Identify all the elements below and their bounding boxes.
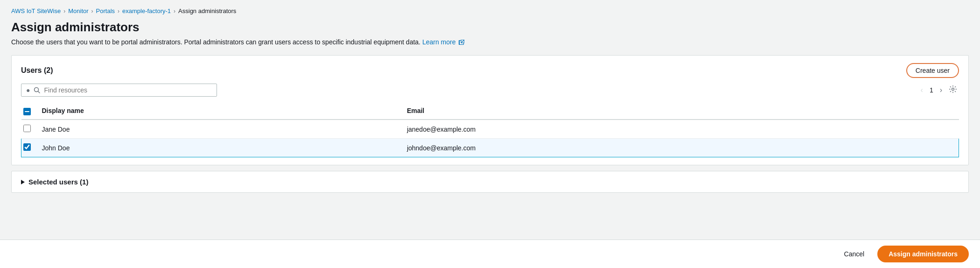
card-title: Users (2) (21, 66, 53, 75)
selected-users-toggle[interactable]: Selected users (1) (21, 178, 959, 186)
table-row: John Doejohndoe@example.com (21, 139, 959, 157)
display-name-cell: John Doe (38, 139, 403, 157)
header-checkbox[interactable] (23, 108, 31, 115)
cancel-button[interactable]: Cancel (837, 247, 872, 261)
table-row: Jane Doejanedoe@example.com (21, 120, 959, 139)
search-input[interactable] (44, 86, 212, 94)
breadcrumb-sep-1: › (63, 8, 65, 14)
card-header: Users (2) Create user (21, 63, 959, 78)
breadcrumb: AWS IoT SiteWise › Monitor › Portals › e… (11, 7, 969, 14)
table-header-row: Display name Email (21, 102, 959, 120)
svg-point-4 (952, 88, 954, 91)
row-checkbox-cell[interactable] (21, 139, 38, 157)
email-header: Email (403, 102, 959, 120)
breadcrumb-sep-2: › (91, 8, 93, 14)
breadcrumb-sitewise[interactable]: AWS IoT SiteWise (11, 7, 61, 14)
pagination-controls: ‹ 1 › (919, 84, 959, 96)
breadcrumb-factory[interactable]: example-factory-1 (122, 7, 171, 14)
search-row: ● ‹ 1 › (21, 84, 959, 97)
table-settings-button[interactable] (947, 84, 959, 96)
users-table: Display name Email Jane Doejanedoe@examp… (21, 102, 959, 157)
assign-administrators-button[interactable]: Assign administrators (877, 246, 969, 262)
external-link-icon (459, 40, 464, 45)
breadcrumb-sep-3: › (118, 8, 119, 14)
breadcrumb-sep-4: › (174, 8, 175, 14)
select-all-header[interactable] (21, 102, 38, 120)
svg-line-3 (38, 92, 40, 93)
selected-users-section: Selected users (1) (11, 171, 969, 193)
selected-users-label: Selected users (1) (28, 178, 88, 186)
breadcrumb-portals[interactable]: Portals (96, 7, 115, 14)
breadcrumb-current: Assign administrators (178, 7, 236, 14)
search-icon: ● (26, 86, 30, 94)
users-card: Users (2) Create user ● ‹ 1 › (11, 55, 969, 165)
next-page-button[interactable]: › (938, 85, 944, 95)
row-checkbox-cell[interactable] (21, 120, 38, 139)
prev-page-button[interactable]: ‹ (919, 85, 925, 95)
learn-more-link[interactable]: Learn more (422, 38, 464, 46)
gear-icon (949, 85, 957, 93)
page-title: Assign administrators (11, 20, 969, 35)
display-name-header: Display name (38, 102, 403, 120)
create-user-button[interactable]: Create user (906, 63, 959, 78)
breadcrumb-monitor[interactable]: Monitor (68, 7, 88, 14)
row-checkbox[interactable] (23, 125, 31, 132)
email-cell: janedoe@example.com (403, 120, 959, 139)
svg-line-1 (461, 40, 464, 43)
search-icon-svg (34, 87, 40, 93)
page-number: 1 (928, 86, 935, 94)
indeterminate-dash (25, 111, 29, 112)
page-description: Choose the users that you want to be por… (11, 38, 969, 46)
footer: Cancel Assign administrators (0, 240, 980, 268)
row-checkbox[interactable] (23, 143, 31, 151)
email-cell: johndoe@example.com (403, 139, 959, 157)
display-name-cell: Jane Doe (38, 120, 403, 139)
search-box: ● (21, 84, 217, 97)
expand-icon (21, 180, 25, 184)
